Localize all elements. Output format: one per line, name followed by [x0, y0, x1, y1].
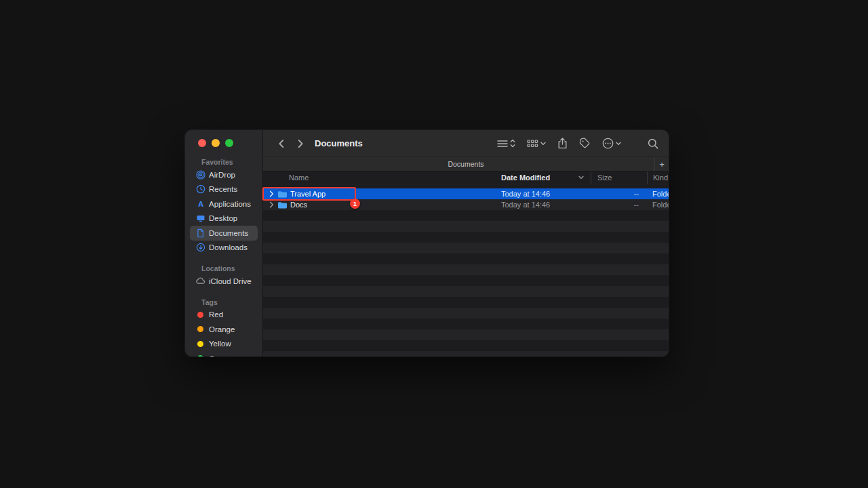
- tag-icon: [579, 138, 591, 149]
- minimize-window-button[interactable]: [212, 139, 220, 147]
- kind-cell: Folder: [647, 190, 669, 198]
- tab-bar: Documents +: [263, 157, 669, 171]
- sidebar-item-label: Orange: [209, 325, 235, 333]
- folder-icon: [277, 201, 287, 209]
- sidebar-item-documents[interactable]: Documents: [190, 226, 258, 241]
- annotation-step-badge: 1: [350, 199, 360, 209]
- toolbar-actions: [497, 138, 658, 149]
- new-tab-button[interactable]: +: [654, 157, 669, 171]
- group-icon: [527, 140, 538, 148]
- sort-chevron-icon: [578, 176, 584, 180]
- sidebar-item-downloads[interactable]: Downloads: [190, 241, 258, 256]
- sidebar-item-label: Green: [209, 354, 231, 357]
- file-name: Docs: [290, 201, 307, 209]
- sidebar-section-favorites-label: Favorites: [201, 158, 262, 166]
- size-cell: --: [591, 201, 647, 209]
- red-tag-icon: [197, 312, 203, 318]
- date-modified-cell: Today at 14:46: [501, 201, 591, 209]
- annotation-highlight-rectangle: [262, 187, 356, 201]
- yellow-tag-icon: [197, 341, 203, 347]
- window-controls: [185, 130, 262, 147]
- tab-documents[interactable]: Documents: [448, 160, 484, 168]
- column-header-date-modified[interactable]: Date Modified: [501, 174, 591, 182]
- sidebar: Favorites AirDrop Recents A Applications…: [185, 130, 263, 357]
- sidebar-item-label: Yellow: [209, 340, 231, 348]
- sidebar-item-label: Applications: [209, 200, 251, 208]
- column-header-label: Date Modified: [501, 174, 550, 182]
- window-title: Documents: [315, 138, 363, 148]
- sidebar-section-locations-label: Locations: [201, 264, 262, 272]
- date-modified-cell: Today at 14:46: [501, 190, 591, 198]
- sidebar-item-tag-yellow[interactable]: Yellow: [190, 337, 258, 352]
- sidebar-item-icloud-drive[interactable]: iCloud Drive: [190, 274, 258, 289]
- content-area: Documents: [263, 130, 669, 357]
- column-header-row: Name Date Modified Size Kind: [263, 171, 669, 184]
- toolbar: Documents: [263, 130, 669, 157]
- view-options-button[interactable]: [497, 139, 515, 148]
- file-list: Travel App Today at 14:46 -- Folder Docs…: [263, 184, 669, 357]
- cloud-icon: [195, 276, 205, 286]
- sidebar-item-tag-green[interactable]: Green: [190, 351, 258, 357]
- sidebar-item-label: Documents: [209, 229, 248, 237]
- column-header-name[interactable]: Name: [263, 174, 501, 182]
- search-button[interactable]: [648, 138, 658, 149]
- share-button[interactable]: [557, 138, 568, 149]
- desktop-icon: [195, 214, 205, 224]
- applications-icon: A: [195, 199, 205, 209]
- close-window-button[interactable]: [198, 139, 206, 147]
- clock-icon: [195, 184, 205, 195]
- name-cell: Docs: [263, 201, 501, 209]
- download-icon: [195, 243, 205, 253]
- list-view-icon: [497, 140, 508, 148]
- more-actions-button[interactable]: [602, 138, 621, 149]
- sidebar-item-tag-red[interactable]: Red: [190, 308, 258, 323]
- sidebar-item-label: Downloads: [209, 243, 248, 251]
- sidebar-item-label: Recents: [209, 185, 237, 193]
- chevron-down-icon: [616, 142, 621, 146]
- ellipsis-circle-icon: [602, 138, 614, 149]
- column-header-kind[interactable]: Kind: [647, 171, 669, 184]
- up-down-chevrons-icon: [510, 139, 515, 148]
- group-button[interactable]: [527, 140, 546, 148]
- finder-window: Favorites AirDrop Recents A Applications…: [185, 130, 669, 357]
- file-list-rows: Travel App Today at 14:46 -- Folder Docs…: [263, 188, 669, 357]
- forward-button[interactable]: [293, 136, 308, 152]
- sidebar-item-label: AirDrop: [209, 171, 235, 179]
- back-button[interactable]: [274, 136, 289, 152]
- sidebar-item-airdrop[interactable]: AirDrop: [190, 167, 258, 182]
- airdrop-icon: [195, 169, 205, 180]
- share-icon: [557, 138, 568, 149]
- orange-tag-icon: [197, 326, 203, 332]
- sidebar-item-desktop[interactable]: Desktop: [190, 211, 258, 226]
- sidebar-item-label: iCloud Drive: [209, 277, 252, 285]
- size-cell: --: [591, 190, 647, 198]
- sidebar-item-label: Red: [209, 310, 223, 319]
- sidebar-item-label: Desktop: [209, 214, 237, 222]
- file-row-docs[interactable]: Docs Today at 14:46 -- Folder: [263, 199, 669, 210]
- tags-button[interactable]: [579, 138, 591, 149]
- svg-text:A: A: [197, 200, 203, 208]
- chevron-down-icon: [540, 142, 546, 146]
- disclosure-chevron-icon[interactable]: [269, 201, 274, 208]
- sidebar-item-tag-orange[interactable]: Orange: [190, 322, 258, 337]
- column-header-size[interactable]: Size: [591, 171, 647, 184]
- document-icon: [195, 228, 205, 238]
- search-icon: [648, 138, 658, 149]
- sidebar-item-applications[interactable]: A Applications: [190, 197, 258, 211]
- sidebar-section-tags-label: Tags: [201, 298, 262, 306]
- green-tag-icon: [197, 355, 203, 357]
- sidebar-item-recents[interactable]: Recents: [190, 182, 258, 197]
- kind-cell: Folder: [647, 201, 669, 209]
- zoom-window-button[interactable]: [225, 139, 233, 147]
